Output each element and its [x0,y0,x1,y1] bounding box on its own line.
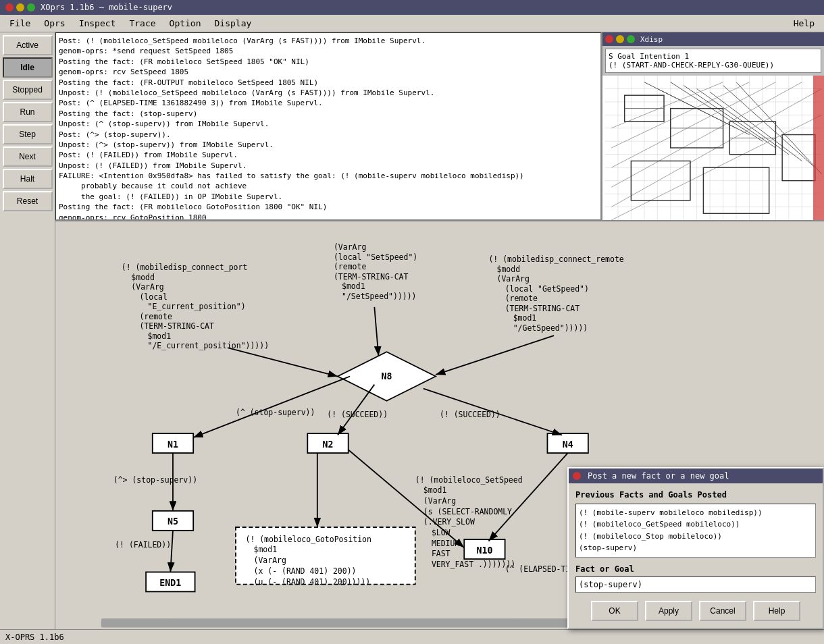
svg-rect-114 [101,618,591,627]
stopped-button[interactable]: Stopped [3,80,53,100]
active-button[interactable]: Active [3,35,53,55]
fact-item[interactable]: (stop-superv) [579,542,813,554]
post-dialog-title: Post a new fact or a new goal [588,471,729,481]
svg-text:(VarArg: (VarArg [131,282,163,292]
svg-text:(s (SELECT-RANDOMLY: (s (SELECT-RANDOMLY [423,507,512,516]
svg-text:(^> (stop-superv)): (^> (stop-superv)) [113,475,197,485]
svg-text:N4: N4 [563,439,573,450]
svg-text:(VarArg: (VarArg [423,496,456,506]
fact-item[interactable]: (! (mobileloco_Stop mobileloco)) [579,531,813,543]
svg-text:(VarArg: (VarArg [334,242,366,252]
post-dialog-titlebar: Post a new fact or a new goal [569,468,823,483]
log-line: Post: (^> (stop-superv)). [59,130,598,140]
svg-text:(! (mobileloco_GotoPosition: (! (mobileloco_GotoPosition [245,535,371,544]
xdisp-min-button[interactable] [616,35,624,43]
step-button[interactable]: Step [3,124,53,144]
menu-option[interactable]: Option [163,17,208,30]
svg-text:(TERM-STRING-CAT: (TERM-STRING-CAT [505,304,580,313]
menu-oprs[interactable]: Oprs [37,17,72,30]
fact-item[interactable]: (! (mobile-superv mobileloco mobiledisp)… [579,507,813,519]
svg-text:N2: N2 [323,439,334,450]
log-line: Unpost: (^> (stop-superv)) from IMobile … [59,140,598,150]
maximize-button[interactable] [27,3,35,11]
menu-inspect[interactable]: Inspect [72,17,123,30]
xdisp-drawing [602,76,824,220]
svg-line-110 [488,453,567,541]
svg-text:(! (SUCCEED)): (! (SUCCEED)) [327,410,388,419]
svg-text:"/E_current_position"))))): "/E_current_position"))))) [148,341,269,350]
log-line: Post: (^ (ELAPSED-TIME 1361882490 3)) fr… [59,98,598,108]
fact-input[interactable] [575,576,816,593]
log-line: genom-oprs: rcv GotoPosition 1800 [59,213,598,220]
log-line: the goal: (! (FAILED)) in OP IMobile Sup… [59,192,598,202]
svg-text:$mod1: $mod1 [513,313,537,323]
apply-button[interactable]: Apply [645,601,692,621]
log-line: Unpost: (^ (stop-superv)) from IMobile S… [59,119,598,129]
svg-text:N8: N8 [381,371,392,381]
svg-text:"/GetSpeed"))))): "/GetSpeed"))))) [513,323,588,333]
menu-display[interactable]: Display [208,17,259,30]
next-button[interactable]: Next [3,146,53,167]
svg-text:(! (mobiledisp_connect_port: (! (mobiledisp_connect_port [122,263,247,272]
post-dialog-body: Previous Facts and Goals Posted (! (mobi… [569,483,823,628]
idle-button[interactable]: Idle [3,57,53,78]
top-panel: Post: (! (mobileloco_SetSpeed mobileloco… [55,32,824,221]
xdisp-close-button[interactable] [605,35,613,43]
menu-file[interactable]: File [3,17,37,30]
svg-text:(x (- (RAND 401) 200)): (x (- (RAND 401) 200)) [254,566,357,576]
post-dialog-close-button[interactable] [573,472,581,480]
log-line: probably because it could not achieve [59,181,598,191]
svg-text:N1: N1 [168,439,178,450]
window-controls [5,3,35,11]
help-button[interactable]: Help [753,601,800,621]
log-line: genom-oprs: rcv SetSpeed 1805 [59,67,598,77]
log-line: Unpost: (! (mobileloco_SetSpeed mobilelo… [59,88,598,98]
log-line: Posting the fact: (FR mobileloco SetSpee… [59,57,598,67]
svg-text:END1: END1 [159,578,181,588]
log-line: Posting the fact: (FR-OUTPUT mobileloco … [59,78,598,88]
svg-line-84 [193,377,350,438]
svg-text:(VarArg: (VarArg [254,556,286,565]
cancel-button[interactable]: Cancel [699,601,746,621]
svg-line-77 [436,336,554,375]
menu-bar: File Oprs Inspect Trace Option Display H… [0,15,824,32]
svg-text:(VarArg: (VarArg [497,274,530,284]
facts-section-title: Previous Facts and Goals Posted [575,490,816,500]
svg-text:FAST: FAST [432,549,450,558]
svg-text:$modd: $modd [131,273,155,282]
xdisp-max-button[interactable] [627,35,635,43]
menu-help[interactable]: Help [787,17,821,30]
svg-text:VERY_FAST .))))))): VERY_FAST .))))))) [432,560,515,569]
svg-text:(TERM-STRING-CAT: (TERM-STRING-CAT [139,321,214,331]
close-button[interactable] [5,3,14,11]
reset-button[interactable]: Reset [3,191,53,211]
ok-button[interactable]: OK [591,601,638,621]
log-line: genom-oprs: *send request SetSpeed 1805 [59,46,598,56]
log-line: Post: (! (mobileloco_SetSpeed mobileloco… [59,36,598,46]
log-line: FAILURE: <Intention 0x950dfa8> has faile… [59,171,598,181]
xdisp-content [602,76,824,220]
log-line: Unpost: (! (FAILED)) from IMobile Superv… [59,161,598,171]
fact-item[interactable]: (! (mobileloco_GetSpeed mobileloco)) [579,518,813,531]
svg-text:(u (- (RAND 401) 200))))): (u (- (RAND 401) 200))))) [254,577,371,587]
run-button[interactable]: Run [3,102,53,122]
dialog-buttons: OK Apply Cancel Help [575,601,816,621]
halt-button[interactable]: Halt [3,169,53,189]
title-bar: XOprs 1.1b6 — mobile-superv [0,0,824,15]
svg-text:$mod1: $mod1 [342,281,365,291]
post-fact-dialog: Post a new fact or a new goal Previous F… [567,467,824,629]
svg-line-76 [374,307,378,356]
svg-text:(! (mobiledisp_connect_remote: (! (mobiledisp_connect_remote [488,254,623,264]
goal-line1: S Goal Intention 1 [609,52,818,61]
svg-text:(TERM-STRING-CAT: (TERM-STRING-CAT [334,272,409,281]
log-area[interactable]: Post: (! (mobileloco_SetSpeed mobileloco… [55,32,601,220]
svg-text:(local "SetSpeed"): (local "SetSpeed") [334,252,417,262]
menu-trace[interactable]: Trace [122,17,162,30]
svg-text:(remote: (remote [139,312,172,321]
window-title: XOprs 1.1b6 — mobile-superv [41,3,172,12]
minimize-button[interactable] [16,3,24,11]
sidebar: Active Idle Stopped Run Step Next Halt R… [0,32,55,629]
xdisp-title: Xdisp [640,35,663,44]
fact-input-label: Fact or Goal [575,564,816,574]
svg-text:$LOW: $LOW [432,528,450,537]
